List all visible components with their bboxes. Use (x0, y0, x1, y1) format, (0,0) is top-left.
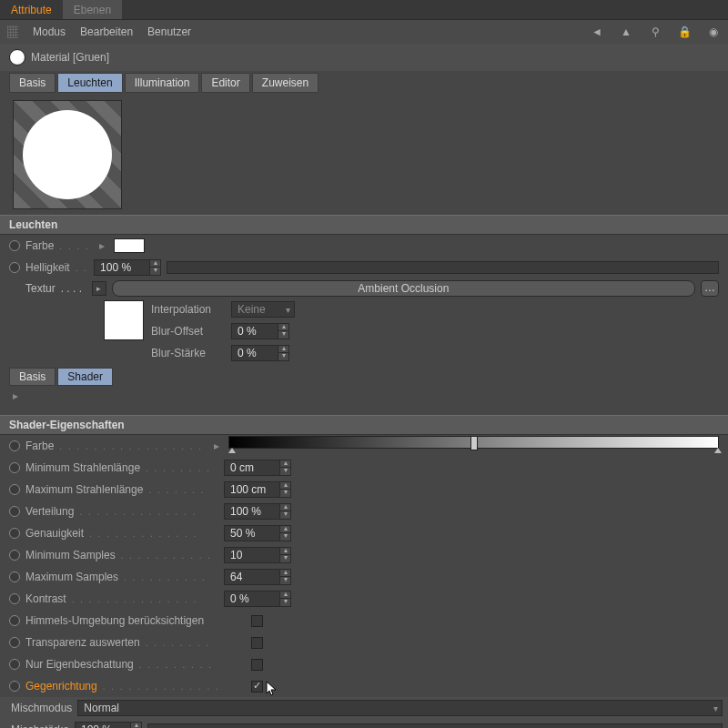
label-gegenrichtung: Gegenrichtung (25, 680, 97, 693)
menu-modus[interactable]: Modus (33, 25, 66, 38)
anim-dot[interactable] (9, 506, 20, 517)
subtab-expand[interactable]: ▸ (9, 388, 22, 404)
row-mischstaerke: Mischstärke 100 %▴▾ (0, 719, 728, 728)
anim-dot[interactable] (9, 659, 20, 670)
texture-expand-button[interactable]: ▸ (92, 281, 106, 296)
anim-dot[interactable] (9, 550, 20, 561)
dots: . . . . (61, 282, 86, 295)
tab-illumination[interactable]: Illumination (125, 73, 200, 93)
search-icon[interactable]: ⚲ (648, 25, 662, 39)
input-bluroffset[interactable]: 0 % ▴▾ (231, 323, 289, 339)
label-blurstaerke: Blur-Stärke (151, 347, 224, 359)
anim-dot[interactable] (9, 440, 20, 451)
subtab-basis[interactable]: Basis (9, 368, 56, 386)
anim-dot[interactable] (9, 484, 20, 495)
dropdown-interpolation[interactable]: Keine (231, 301, 295, 318)
input-minstrahl[interactable]: 0 cm▴▾ (224, 460, 291, 476)
label-textur: Textur (25, 282, 56, 295)
input-minsamples[interactable]: 10▴▾ (224, 547, 291, 563)
input-maxstrahl[interactable]: 100 cm▴▾ (224, 481, 291, 498)
texture-thumbnail[interactable] (104, 300, 144, 340)
nav-up-icon[interactable]: ▲ (619, 25, 633, 39)
texture-more-button[interactable]: … (701, 280, 719, 297)
val-helligkeit[interactable]: 100 % (95, 261, 149, 274)
label-farbe: Farbe (25, 239, 54, 252)
row-farbe: Farbe . . . . ▸ (0, 235, 728, 257)
row-helligkeit: Helligkeit . . 100 % ▴▾ (0, 257, 728, 278)
input-kontrast[interactable]: 0 %▴▾ (224, 591, 291, 607)
preview-area (0, 95, 728, 215)
gradient-marker[interactable] (228, 448, 236, 453)
tab-basis[interactable]: Basis (9, 73, 56, 93)
checkbox-transparenz[interactable] (251, 637, 263, 649)
anim-dot[interactable] (9, 528, 20, 539)
tab-leuchten[interactable]: Leuchten (57, 73, 122, 93)
material-header: Material [Gruen] (0, 44, 728, 71)
checkbox-eigen[interactable] (251, 659, 263, 671)
tab-ebenen[interactable]: Ebenen (63, 0, 122, 19)
grip-icon (7, 25, 18, 38)
tab-attribute[interactable]: Attribute (0, 0, 63, 19)
section-shader-props: Shader-Eigenschaften (0, 415, 728, 435)
dots: . . (76, 263, 88, 273)
gradient-marker[interactable] (714, 448, 722, 453)
label-interpolation: Interpolation (151, 303, 224, 316)
input-verteilung[interactable]: 100 %▴▾ (224, 503, 291, 520)
anim-dot-farbe[interactable] (9, 240, 20, 251)
gradient-editor[interactable] (228, 436, 719, 449)
dropdown-mischmodus[interactable]: Normal (77, 700, 723, 716)
anim-dot[interactable] (9, 462, 20, 473)
row-shader-farbe: Farbe . . . . . . . . . . . . . . . . . … (0, 435, 728, 457)
input-blurstaerke[interactable]: 0 % ▴▾ (231, 345, 289, 361)
texture-subpanel: Interpolation Keine Blur-Offset 0 % ▴▾ B… (0, 298, 728, 364)
dots: . . . . (59, 241, 89, 251)
anim-dot[interactable] (9, 571, 20, 582)
anim-dot[interactable] (9, 637, 20, 648)
anim-dot[interactable] (9, 593, 20, 604)
lock-icon[interactable]: 🔒 (677, 25, 692, 39)
input-genauigkeit[interactable]: 50 %▴▾ (224, 525, 291, 541)
anim-dot[interactable] (9, 681, 20, 692)
material-title: Material [Gruen] (31, 51, 109, 64)
checkbox-himmel[interactable] (251, 615, 263, 627)
menubar: Modus Bearbeiten Benutzer ◄ ▲ ⚲ 🔒 ◉ (0, 20, 728, 44)
expand-arrow[interactable]: ▸ (96, 239, 108, 252)
label-shader-farbe: Farbe (25, 440, 54, 452)
preview-sphere (23, 110, 112, 199)
tab-editor[interactable]: Editor (201, 73, 249, 93)
nav-back-icon[interactable]: ◄ (590, 25, 604, 39)
section-leuchten: Leuchten (0, 215, 728, 235)
top-tab-bar: Attribute Ebenen (0, 0, 728, 20)
cursor-icon (266, 681, 278, 697)
subtab-shader[interactable]: Shader (57, 368, 113, 386)
row-textur: Textur . . . . ▸ Ambient Occlusion … (0, 278, 728, 298)
shader-subtabs: Basis Shader (0, 364, 728, 389)
label-helligkeit: Helligkeit (25, 261, 70, 274)
input-helligkeit[interactable]: 100 % ▴▾ (94, 259, 161, 276)
input-mischstaerke[interactable]: 100 %▴▾ (75, 722, 142, 728)
menu-bearbeiten[interactable]: Bearbeiten (80, 25, 133, 38)
spinner[interactable]: ▴▾ (149, 260, 160, 275)
anim-dot[interactable] (9, 615, 20, 626)
checkbox-gegenrichtung[interactable] (251, 681, 263, 693)
slider-helligkeit[interactable] (167, 261, 719, 274)
material-sphere-icon (9, 49, 25, 66)
texture-field[interactable]: Ambient Occlusion (112, 280, 695, 297)
row-mischmodus: Mischmodus Normal (0, 697, 728, 719)
expand-arrow[interactable]: ▸ (210, 440, 223, 452)
color-swatch-farbe[interactable] (114, 238, 145, 253)
menu-benutzer[interactable]: Benutzer (147, 25, 191, 38)
channel-tabs: Basis Leuchten Illumination Editor Zuwei… (0, 71, 728, 95)
anim-dot-helligkeit[interactable] (9, 262, 20, 273)
settings-icon[interactable]: ◉ (706, 25, 721, 39)
material-preview[interactable] (13, 100, 122, 209)
slider-mischstaerke[interactable] (147, 723, 723, 728)
input-maxsamples[interactable]: 64▴▾ (224, 569, 291, 585)
label-bluroffset: Blur-Offset (151, 325, 224, 338)
tab-zuweisen[interactable]: Zuweisen (252, 73, 318, 93)
